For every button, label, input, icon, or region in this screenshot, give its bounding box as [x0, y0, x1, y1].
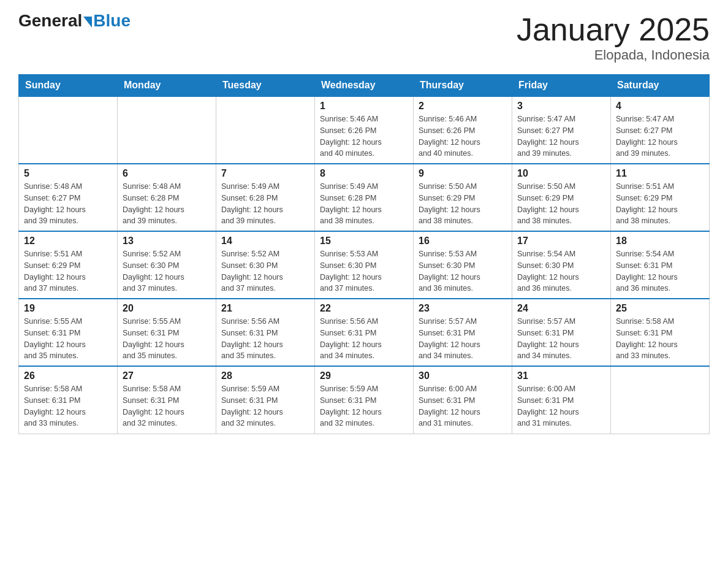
- calendar-header-row: SundayMondayTuesdayWednesdayThursdayFrid…: [19, 75, 710, 97]
- calendar-subtitle: Elopada, Indonesia: [517, 47, 710, 63]
- calendar-cell: [118, 96, 216, 164]
- day-number: 21: [221, 303, 309, 314]
- day-number: 31: [517, 370, 605, 381]
- calendar-week-row: 1Sunrise: 5:46 AM Sunset: 6:26 PM Daylig…: [19, 96, 710, 164]
- day-number: 1: [320, 101, 408, 112]
- day-info: Sunrise: 5:52 AM Sunset: 6:30 PM Dayligh…: [221, 248, 309, 294]
- day-number: 8: [320, 168, 408, 179]
- day-number: 24: [517, 303, 605, 314]
- calendar-cell: 27Sunrise: 5:58 AM Sunset: 6:31 PM Dayli…: [118, 366, 216, 434]
- day-number: 20: [123, 303, 211, 314]
- calendar-cell: [216, 96, 315, 164]
- day-number: 11: [616, 168, 704, 179]
- day-info: Sunrise: 5:59 AM Sunset: 6:31 PM Dayligh…: [221, 383, 309, 429]
- calendar-cell: 28Sunrise: 5:59 AM Sunset: 6:31 PM Dayli…: [216, 366, 315, 434]
- calendar-week-row: 5Sunrise: 5:48 AM Sunset: 6:27 PM Daylig…: [19, 164, 710, 231]
- day-info: Sunrise: 5:58 AM Sunset: 6:31 PM Dayligh…: [616, 316, 704, 362]
- day-number: 23: [419, 303, 507, 314]
- day-number: 15: [320, 236, 408, 247]
- day-number: 7: [221, 168, 309, 179]
- day-info: Sunrise: 5:46 AM Sunset: 6:26 PM Dayligh…: [320, 113, 408, 159]
- day-number: 2: [419, 101, 507, 112]
- day-info: Sunrise: 5:53 AM Sunset: 6:30 PM Dayligh…: [320, 248, 408, 294]
- calendar-cell: 12Sunrise: 5:51 AM Sunset: 6:29 PM Dayli…: [19, 231, 118, 299]
- calendar-cell: 13Sunrise: 5:52 AM Sunset: 6:30 PM Dayli…: [118, 231, 216, 299]
- day-number: 3: [517, 101, 605, 112]
- title-block: January 2025 Elopada, Indonesia: [517, 12, 710, 63]
- calendar-cell: 4Sunrise: 5:47 AM Sunset: 6:27 PM Daylig…: [611, 96, 710, 164]
- day-info: Sunrise: 5:58 AM Sunset: 6:31 PM Dayligh…: [123, 383, 211, 429]
- logo-arrow-icon: [83, 17, 92, 28]
- day-number: 13: [123, 236, 211, 247]
- calendar-cell: 2Sunrise: 5:46 AM Sunset: 6:26 PM Daylig…: [414, 96, 512, 164]
- col-header-wednesday: Wednesday: [315, 75, 414, 97]
- day-info: Sunrise: 5:56 AM Sunset: 6:31 PM Dayligh…: [320, 316, 408, 362]
- calendar-cell: 20Sunrise: 5:55 AM Sunset: 6:31 PM Dayli…: [118, 299, 216, 366]
- day-info: Sunrise: 6:00 AM Sunset: 6:31 PM Dayligh…: [419, 383, 507, 429]
- day-number: 25: [616, 303, 704, 314]
- calendar-cell: 24Sunrise: 5:57 AM Sunset: 6:31 PM Dayli…: [512, 299, 611, 366]
- calendar-cell: 18Sunrise: 5:54 AM Sunset: 6:31 PM Dayli…: [611, 231, 710, 299]
- day-info: Sunrise: 5:55 AM Sunset: 6:31 PM Dayligh…: [123, 316, 211, 362]
- calendar-cell: 29Sunrise: 5:59 AM Sunset: 6:31 PM Dayli…: [315, 366, 414, 434]
- calendar-cell: 21Sunrise: 5:56 AM Sunset: 6:31 PM Dayli…: [216, 299, 315, 366]
- calendar-cell: 8Sunrise: 5:49 AM Sunset: 6:28 PM Daylig…: [315, 164, 414, 231]
- day-number: 26: [24, 370, 112, 381]
- day-info: Sunrise: 5:52 AM Sunset: 6:30 PM Dayligh…: [123, 248, 211, 294]
- calendar-cell: 14Sunrise: 5:52 AM Sunset: 6:30 PM Dayli…: [216, 231, 315, 299]
- day-number: 29: [320, 370, 408, 381]
- day-number: 6: [123, 168, 211, 179]
- day-number: 5: [24, 168, 112, 179]
- calendar-title: January 2025: [517, 12, 710, 47]
- day-info: Sunrise: 5:49 AM Sunset: 6:28 PM Dayligh…: [320, 181, 408, 227]
- calendar-cell: 17Sunrise: 5:54 AM Sunset: 6:30 PM Dayli…: [512, 231, 611, 299]
- day-number: 28: [221, 370, 309, 381]
- day-info: Sunrise: 5:47 AM Sunset: 6:27 PM Dayligh…: [517, 113, 605, 159]
- day-number: 30: [419, 370, 507, 381]
- calendar-cell: 9Sunrise: 5:50 AM Sunset: 6:29 PM Daylig…: [414, 164, 512, 231]
- col-header-friday: Friday: [512, 75, 611, 97]
- calendar-week-row: 19Sunrise: 5:55 AM Sunset: 6:31 PM Dayli…: [19, 299, 710, 366]
- calendar-cell: 19Sunrise: 5:55 AM Sunset: 6:31 PM Dayli…: [19, 299, 118, 366]
- calendar-cell: 26Sunrise: 5:58 AM Sunset: 6:31 PM Dayli…: [19, 366, 118, 434]
- day-number: 10: [517, 168, 605, 179]
- day-number: 19: [24, 303, 112, 314]
- page-header: General Blue January 2025 Elopada, Indon…: [18, 12, 710, 63]
- day-number: 22: [320, 303, 408, 314]
- day-info: Sunrise: 5:57 AM Sunset: 6:31 PM Dayligh…: [419, 316, 507, 362]
- day-info: Sunrise: 5:50 AM Sunset: 6:29 PM Dayligh…: [517, 181, 605, 227]
- day-number: 27: [123, 370, 211, 381]
- calendar-cell: 1Sunrise: 5:46 AM Sunset: 6:26 PM Daylig…: [315, 96, 414, 164]
- col-header-saturday: Saturday: [611, 75, 710, 97]
- day-info: Sunrise: 5:56 AM Sunset: 6:31 PM Dayligh…: [221, 316, 309, 362]
- day-info: Sunrise: 5:48 AM Sunset: 6:28 PM Dayligh…: [123, 181, 211, 227]
- calendar-cell: 22Sunrise: 5:56 AM Sunset: 6:31 PM Dayli…: [315, 299, 414, 366]
- calendar-week-row: 12Sunrise: 5:51 AM Sunset: 6:29 PM Dayli…: [19, 231, 710, 299]
- calendar-cell: 10Sunrise: 5:50 AM Sunset: 6:29 PM Dayli…: [512, 164, 611, 231]
- calendar-cell: 11Sunrise: 5:51 AM Sunset: 6:29 PM Dayli…: [611, 164, 710, 231]
- day-number: 16: [419, 236, 507, 247]
- col-header-monday: Monday: [118, 75, 216, 97]
- day-info: Sunrise: 5:55 AM Sunset: 6:31 PM Dayligh…: [24, 316, 112, 362]
- day-info: Sunrise: 5:59 AM Sunset: 6:31 PM Dayligh…: [320, 383, 408, 429]
- day-info: Sunrise: 5:58 AM Sunset: 6:31 PM Dayligh…: [24, 383, 112, 429]
- calendar-cell: 16Sunrise: 5:53 AM Sunset: 6:30 PM Dayli…: [414, 231, 512, 299]
- day-info: Sunrise: 5:57 AM Sunset: 6:31 PM Dayligh…: [517, 316, 605, 362]
- day-info: Sunrise: 5:53 AM Sunset: 6:30 PM Dayligh…: [419, 248, 507, 294]
- day-info: Sunrise: 5:48 AM Sunset: 6:27 PM Dayligh…: [24, 181, 112, 227]
- calendar-cell: [611, 366, 710, 434]
- calendar-week-row: 26Sunrise: 5:58 AM Sunset: 6:31 PM Dayli…: [19, 366, 710, 434]
- day-number: 18: [616, 236, 704, 247]
- day-number: 9: [419, 168, 507, 179]
- calendar-table: SundayMondayTuesdayWednesdayThursdayFrid…: [18, 74, 710, 434]
- col-header-tuesday: Tuesday: [216, 75, 315, 97]
- day-info: Sunrise: 5:54 AM Sunset: 6:30 PM Dayligh…: [517, 248, 605, 294]
- calendar-cell: 31Sunrise: 6:00 AM Sunset: 6:31 PM Dayli…: [512, 366, 611, 434]
- logo-blue-text: Blue: [93, 12, 131, 29]
- calendar-cell: 15Sunrise: 5:53 AM Sunset: 6:30 PM Dayli…: [315, 231, 414, 299]
- col-header-thursday: Thursday: [414, 75, 512, 97]
- day-info: Sunrise: 5:46 AM Sunset: 6:26 PM Dayligh…: [419, 113, 507, 159]
- logo-general-text: General: [18, 12, 82, 29]
- day-info: Sunrise: 5:50 AM Sunset: 6:29 PM Dayligh…: [419, 181, 507, 227]
- day-number: 4: [616, 101, 704, 112]
